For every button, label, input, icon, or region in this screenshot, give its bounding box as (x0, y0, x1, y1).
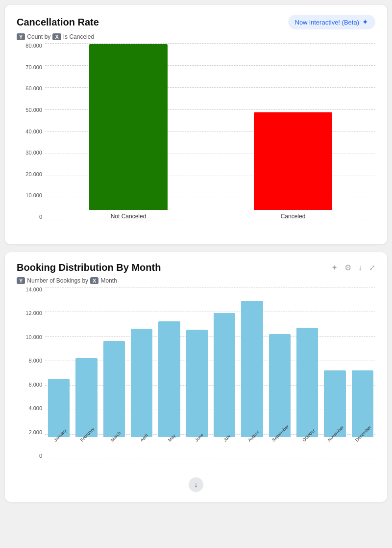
y-tick-booking: 4.000 (28, 406, 42, 411)
x-tag-booking: X (90, 277, 98, 284)
cancel-chart-area: 80.00070.00060.00050.00040.00030.00020.0… (17, 43, 375, 235)
bar-group: Canceled (211, 43, 375, 220)
x-axis-label-booking: Month (100, 277, 117, 284)
bar-group-booking: June (184, 287, 210, 444)
bar-booking (48, 379, 70, 437)
bar-group-booking: March (101, 287, 127, 444)
bar-booking (103, 341, 125, 437)
bar-group-booking: November (322, 287, 347, 444)
bar-group-booking: July (212, 287, 237, 444)
x-tag: X (52, 33, 61, 40)
settings-icon[interactable]: ⚙ (344, 263, 351, 272)
booking-distribution-card: Booking Distribution By Month ✦ ⚙ ↓ ⤢ Y … (5, 252, 387, 502)
booking-chart-title: Booking Distribution By Month (17, 262, 161, 273)
bar-group-booking: October (294, 287, 320, 444)
bar-group-booking: January (46, 287, 72, 444)
cancellation-rate-card: Cancellation Rate Now interactive! (Beta… (5, 5, 387, 244)
interactive-badge[interactable]: Now interactive! (Beta) ✦ (288, 15, 376, 29)
axis-label-booking: Y Number of Bookings by X Month (17, 277, 375, 284)
y-tick: 60.000 (25, 86, 42, 91)
y-tick-booking: 2.000 (28, 430, 42, 435)
download-circle-button[interactable]: ↓ (189, 477, 203, 492)
grid-line (45, 220, 375, 220)
interactive-label: Now interactive! (Beta) (295, 19, 360, 26)
y-tick: 40.000 (25, 129, 42, 134)
cancel-bar-chart: 80.00070.00060.00050.00040.00030.00020.0… (17, 43, 375, 235)
bar-group-booking: December (350, 287, 375, 444)
y-tick-booking: 6.000 (28, 382, 42, 388)
icon-toolbar: ✦ ⚙ ↓ ⤢ (331, 263, 375, 272)
y-tick: 80.000 (25, 43, 42, 49)
x-axis-label: Is Canceled (63, 33, 94, 40)
y-tick-booking: 12.000 (25, 311, 42, 316)
y-tick-booking: 10.000 (25, 335, 42, 340)
sparkle-icon: ✦ (362, 18, 368, 26)
card-header: Cancellation Rate Now interactive! (Beta… (17, 15, 375, 29)
booking-chart-area: 14.00012.00010.0008.0006.0004.0002.0000 … (17, 287, 375, 473)
bar-group-booking: February (74, 287, 99, 444)
bars-container-booking: JanuaryFebruaryMarchAprilMayJuneJulyAugu… (46, 287, 375, 444)
axis-label-cancel: Y Count by X Is Canceled (17, 33, 375, 40)
y-tick: 70.000 (25, 65, 42, 70)
y-tag-booking: Y (17, 277, 25, 284)
y-tick-booking: 8.000 (28, 358, 42, 364)
y-tick-booking: 14.000 (25, 287, 42, 292)
y-tick: 50.000 (25, 107, 42, 113)
booking-card-header: Booking Distribution By Month ✦ ⚙ ↓ ⤢ (17, 262, 375, 273)
expand-icon[interactable]: ⤢ (369, 263, 375, 272)
y-axis-booking: 14.00012.00010.0008.0006.0004.0002.0000 (17, 287, 45, 459)
y-axis-label: Count by (27, 33, 50, 40)
bar-group-booking: September (267, 287, 293, 444)
bar-group-booking: August (239, 287, 265, 444)
bar-x-label: Not Canceled (111, 213, 147, 220)
y-axis-cancel: 80.00070.00060.00050.00040.00030.00020.0… (17, 43, 45, 220)
y-tick: 10.000 (25, 193, 42, 198)
bar (254, 112, 332, 210)
chart-title: Cancellation Rate (17, 17, 99, 28)
y-tag: Y (17, 33, 25, 40)
y-tick-booking: 0 (39, 453, 42, 459)
bar-booking (214, 313, 235, 437)
sparkle-icon-booking[interactable]: ✦ (331, 263, 338, 272)
bar-x-label: Canceled (281, 213, 306, 220)
bar-booking (75, 358, 97, 437)
bar-group-booking: April (129, 287, 154, 444)
bars-container-cancel: Not CanceledCanceled (46, 43, 375, 220)
bar-booking (296, 328, 318, 437)
bar-booking (158, 321, 180, 437)
y-tick: 30.000 (25, 150, 42, 156)
bar-group-booking: May (156, 287, 182, 444)
booking-bar-chart: 14.00012.00010.0008.0006.0004.0002.0000 … (17, 287, 375, 473)
bar (89, 44, 168, 210)
download-icon[interactable]: ↓ (358, 263, 362, 272)
y-tick: 0 (39, 214, 42, 220)
y-tick: 20.000 (25, 172, 42, 177)
bar-booking (186, 330, 208, 437)
y-axis-label-booking: Number of Bookings by (27, 277, 88, 284)
bar-group: Not Canceled (46, 43, 211, 220)
bar-booking (269, 334, 291, 437)
grid-line-booking (45, 459, 375, 459)
bar-booking (131, 329, 152, 437)
bar-booking (241, 301, 263, 437)
